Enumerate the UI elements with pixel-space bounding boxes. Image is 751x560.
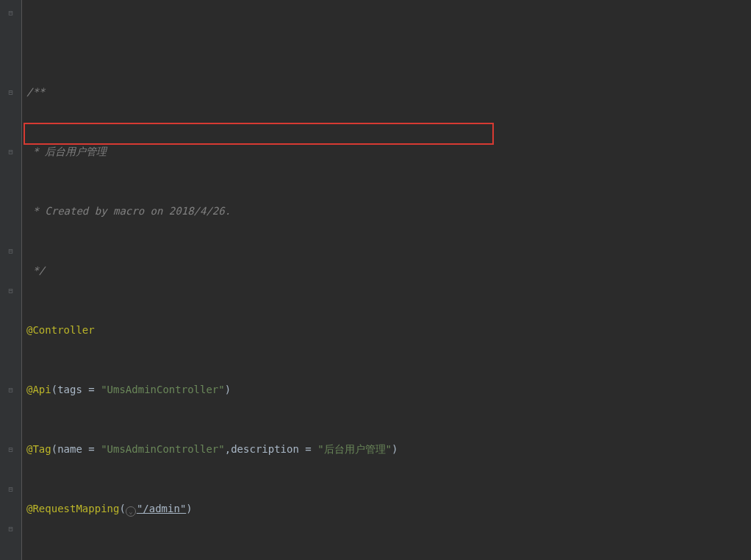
fold-icon[interactable]: ⊟ [0,241,21,261]
code-line: /** [26,82,751,102]
gutter: ⊟ ⊟ ⊟ ⊟ ⊟ ⊟ ⊟ ⊟ ⊟ [0,0,22,560]
gutter-row [0,499,21,519]
gutter-row [0,400,21,420]
code-area[interactable]: /** * 后台用户管理 * Created by macro on 2018/… [22,0,751,560]
fold-icon[interactable]: ⊟ [0,519,21,539]
fold-icon[interactable]: ⊟ [0,439,21,459]
gutter-row [0,182,21,201]
gutter-row [0,23,21,43]
fold-icon[interactable]: ⊟ [0,142,21,162]
code-line-tag: @Tag(name = "UmsAdminController",descrip… [26,439,751,459]
gutter-row [0,420,21,439]
fold-icon[interactable]: ⊟ [0,479,21,499]
code-line: @Api(tags = "UmsAdminController") [26,380,751,400]
gutter-row [0,360,21,380]
fold-icon[interactable]: ⊟ [0,3,21,23]
code-editor[interactable]: ⊟ ⊟ ⊟ ⊟ ⊟ ⊟ ⊟ ⊟ ⊟ /** * 后台用户管理 * Created… [0,0,751,560]
gutter-row [0,340,21,360]
gutter-row [0,162,21,182]
code-line: */ [26,261,751,281]
gutter-row [0,261,21,281]
fold-icon[interactable]: ⊟ [0,281,21,301]
code-line: @Controller [26,320,751,340]
gutter-row [0,43,21,62]
gutter-row [0,301,21,320]
code-line: * 后台用户管理 [26,142,751,162]
gutter-row [0,320,21,340]
gutter-row [0,122,21,142]
code-line: * Created by macro on 2018/4/26. [26,201,751,221]
gutter-row [0,221,21,241]
fold-icon[interactable]: ⊟ [0,82,21,102]
fold-icon[interactable]: ⊟ [0,380,21,400]
gutter-row [0,102,21,122]
code-line: @RequestMapping(⌄"/admin") [26,499,751,519]
gutter-row [0,201,21,221]
globe-icon: ⌄ [126,506,136,517]
gutter-row [0,62,21,82]
gutter-row [0,459,21,479]
